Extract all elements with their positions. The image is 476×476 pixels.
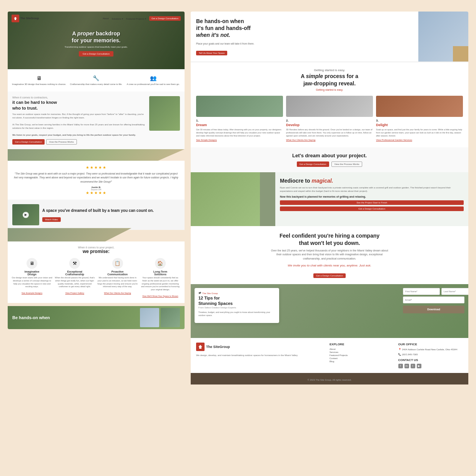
mediocre-project-image [191, 172, 260, 226]
hands-on-cta-button[interactable]: Tell Us About Your Space [196, 51, 227, 55]
hands-on-geo [453, 46, 468, 62]
step-delight: 3. Delight Soak up on space, and find ju… [376, 96, 463, 141]
play-button[interactable]: ▶ [23, 212, 29, 218]
twitter-icon[interactable]: t [411, 364, 415, 368]
footer-logo: The SiteGroup [196, 343, 326, 351]
social-icons: f in t ▶ [398, 364, 463, 368]
solutions-icon: 🏠 [155, 258, 166, 269]
process-subtitle: Getting started is easy. [196, 88, 463, 91]
bottom-hero-images [140, 308, 180, 327]
watch-video-button[interactable]: Watch Video [42, 217, 61, 222]
promises-grid: 🖥 ImaginativeDesign Our design team star… [12, 258, 181, 298]
people-icon: 👥 [126, 75, 181, 81]
dream-cta-title: Let's dream about your project. [196, 153, 463, 158]
confident-title: Feel confident you're hiring a companyth… [196, 232, 463, 246]
promise-solutions-title: Long-TermSolutions [140, 270, 181, 276]
craftsmanship-icon: ⚒ [69, 258, 80, 269]
footer-contact-title: CONTACT US [398, 358, 463, 362]
feature-crew: 👥 A crew so professional you'll be sad t… [126, 75, 181, 86]
trust-process-button[interactable]: How the Process Works [46, 139, 77, 145]
step-delight-link[interactable]: View Professional Garden Services [376, 139, 463, 141]
confident-cta-button[interactable]: Get a Design Consultation [313, 273, 346, 278]
promise-craftsmanship-title: ExceptionalCraftsmanship [54, 270, 95, 276]
testimonial-quote: "The Site Group was great to work with o… [12, 172, 180, 184]
mediocre-title: Mediocre to magical. [280, 178, 464, 184]
footer-office-title: OUR OFFICE [398, 343, 463, 346]
features-section: 🖥 Imaginative 3D design that leaves noth… [8, 69, 185, 92]
lead-form-card: 🏴 The Site Group 12 Tips for Stunning Sp… [195, 288, 279, 323]
nav-cta-button[interactable]: Get a Design Consultation [149, 16, 181, 21]
footer-about-link[interactable]: About [330, 348, 394, 350]
feature-design-text: Imaginative 3D design that leaves nothin… [12, 83, 67, 86]
process-section: Getting started is easy. A simple proces… [191, 62, 468, 147]
footer-content-link[interactable]: Content [330, 357, 394, 359]
promise-solutions-link[interactable]: How We'll Show Your Space Is Shown [142, 295, 178, 297]
step-dream-link[interactable]: See Simple Designs [196, 139, 283, 141]
instagram-icon[interactable]: in [404, 364, 409, 368]
confident-body: Over the last 25 years, we've helped tho… [268, 249, 391, 261]
first-name-input[interactable] [403, 288, 440, 295]
footer-explore: EXPLORE About Services Featured Projects… [330, 343, 394, 368]
step-delight-title: Delight [376, 123, 463, 127]
lead-pretitle: 🏴 The Site Group [198, 292, 275, 295]
feature-craftsmanship-text: Craftsmanship that makes every detail co… [68, 83, 123, 86]
process-steps: 1. Dream Get 30 minutes of free ideas to… [196, 96, 463, 141]
promise-communication-link[interactable]: What Our Clients Are Saying [104, 292, 131, 294]
lead-magnet-section: 🏴 The Site Group 12 Tips for Stunning Sp… [191, 284, 468, 338]
step-dream-image [196, 96, 283, 117]
mediocre-content: Mediocre to magical. Ryan and Connie set… [275, 172, 468, 226]
step-develop-link[interactable]: What Our Clients Are Saying [286, 139, 373, 141]
promise-craftsmanship-text: When the shovel passes the ground, that'… [54, 276, 95, 288]
footer-services-link[interactable]: Services [330, 351, 394, 353]
hero-cta-button[interactable]: Get a Design Consultation [79, 51, 113, 57]
footer-phone: 📞 (937) 845-7365 [398, 353, 463, 357]
testimonial-section: ★★★★★ "The Site Group was great to work … [8, 161, 185, 200]
email-input[interactable] [403, 296, 464, 303]
mediocre-story: Ryan and Connie set out to turn their ba… [280, 186, 464, 193]
nav-projects[interactable]: Featured Projects ▾ [126, 17, 146, 20]
promises-title: we promise: [12, 249, 181, 254]
mediocre-project-button[interactable]: See the Project Start to Finish [280, 200, 464, 205]
footer-logo-icon [196, 343, 205, 351]
nav-solutions[interactable]: Solutions ▾ [112, 17, 123, 20]
promise-solutions-text: Your space should consistently feel as f… [140, 276, 181, 291]
nav-bar: The SiteGroup About Solutions ▾ Featured… [8, 15, 185, 22]
mediocre-consult-button[interactable]: Get a Design Consultation [280, 206, 464, 211]
logo: The SiteGroup [12, 15, 39, 22]
process-pretitle: Getting started is easy. [196, 68, 463, 72]
stars-bottom: ★★★★★ [12, 191, 180, 195]
dream-process-button[interactable]: View the Process Works [331, 161, 363, 167]
location-icon: 📍 [398, 348, 401, 352]
confident-invite: We invite you to chat with clients near … [196, 264, 463, 267]
facebook-icon[interactable]: f [398, 364, 403, 368]
last-name-input[interactable] [441, 288, 468, 295]
hero-section: The SiteGroup About Solutions ▾ Featured… [8, 12, 185, 69]
youtube-icon[interactable]: ▶ [417, 364, 421, 368]
promise-communication: 📋 ProactiveCommunication We understand t… [97, 258, 138, 298]
trust-section: When it comes to contractors, it can be … [8, 92, 185, 149]
promise-craftsmanship-link[interactable]: View Project Gallery [65, 292, 84, 294]
nav-links: About Solutions ▾ Featured Projects ▾ Ge… [103, 16, 181, 21]
trust-cta-button[interactable]: Get a Design Consultation [12, 139, 45, 145]
video-thumbnail[interactable]: ▶ [12, 204, 39, 225]
step-dream: 1. Dream Get 30 minutes of free ideas to… [196, 96, 283, 141]
download-button[interactable]: Download [403, 306, 464, 313]
trust-pretitle: When it comes to contractors, [12, 96, 146, 99]
dream-cta-buttons: Get a Design Consultation View the Proce… [196, 161, 463, 167]
nav-about[interactable]: About [103, 17, 109, 20]
step-delight-desc: Soak up on space, and find just the your… [376, 128, 463, 138]
left-panel: The SiteGroup About Solutions ▾ Featured… [8, 12, 185, 384]
step-develop: 2. Develop 3D Renders before any shovels… [286, 96, 373, 141]
lead-subtitle: From Select Outdoor Design Experts [198, 306, 275, 309]
trust-body: You want an outdoor space made for memor… [12, 113, 146, 137]
footer-blog-link[interactable]: Blog [330, 360, 394, 363]
dream-design-button[interactable]: Get a Design Consultation [297, 161, 329, 167]
promises-section: When it comes to your project, we promis… [8, 241, 185, 303]
feature-design: 🖥 Imaginative 3D design that leaves noth… [12, 75, 67, 86]
promise-design-link[interactable]: See Example Designs [22, 292, 42, 294]
promise-craftsmanship: ⚒ ExceptionalCraftsmanship When the shov… [54, 258, 95, 298]
phone-icon: 📞 [398, 353, 401, 357]
lead-desc: Timeless, budget, and everything you oug… [198, 311, 275, 317]
promise-solutions: 🏠 Long-TermSolutions Your space should c… [140, 258, 181, 298]
footer-projects-link[interactable]: Featured Projects [330, 354, 394, 356]
